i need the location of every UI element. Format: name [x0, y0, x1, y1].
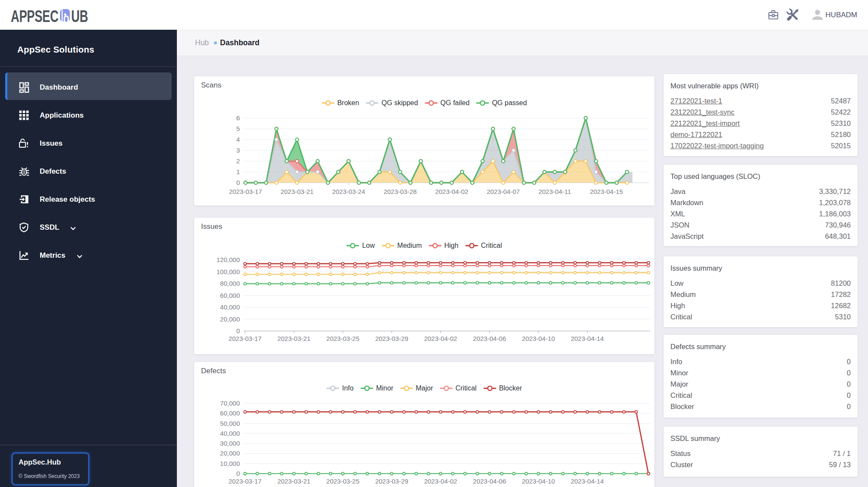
svg-text:120,000: 120,000: [217, 256, 240, 263]
svg-text:40,000: 40,000: [220, 430, 240, 437]
svg-text:40,000: 40,000: [220, 303, 240, 311]
svg-text:70,000: 70,000: [220, 400, 240, 407]
svg-text:60,000: 60,000: [220, 292, 240, 299]
svg-text:2023-04-15: 2023-04-15: [590, 188, 623, 195]
svg-text:30,000: 30,000: [220, 440, 240, 447]
svg-text:2023-04-06: 2023-04-06: [473, 478, 506, 485]
svg-text:2023-04-07: 2023-04-07: [487, 188, 520, 195]
svg-text:2023-03-17: 2023-03-17: [229, 188, 262, 195]
svg-text:0: 0: [236, 327, 240, 334]
svg-text:2023-04-06: 2023-04-06: [473, 335, 506, 342]
svg-text:20,000: 20,000: [220, 315, 240, 323]
svg-text:2023-04-10: 2023-04-10: [522, 478, 555, 485]
svg-text:50,000: 50,000: [220, 420, 240, 427]
svg-text:2023-03-29: 2023-03-29: [375, 478, 409, 485]
svg-text:2023-03-28: 2023-03-28: [384, 188, 417, 195]
svg-text:2023-03-21: 2023-03-21: [277, 335, 311, 342]
svg-text:60,000: 60,000: [220, 409, 240, 417]
svg-text:2: 2: [236, 157, 240, 165]
svg-text:6: 6: [236, 114, 240, 122]
svg-text:100,000: 100,000: [217, 268, 240, 275]
svg-text:2023-04-10: 2023-04-10: [522, 335, 555, 342]
svg-text:2023-04-02: 2023-04-02: [435, 188, 469, 195]
svg-text:0: 0: [236, 179, 240, 186]
svg-text:2023-03-17: 2023-03-17: [229, 478, 262, 485]
svg-text:2023-03-17: 2023-03-17: [229, 335, 262, 342]
svg-text:2023-03-29: 2023-03-29: [375, 335, 409, 342]
svg-text:2023-03-21: 2023-03-21: [277, 478, 311, 485]
svg-text:4: 4: [236, 136, 240, 143]
svg-text:3: 3: [236, 147, 240, 154]
svg-text:2023-04-11: 2023-04-11: [538, 188, 571, 195]
svg-text:20,000: 20,000: [220, 450, 240, 457]
svg-text:1: 1: [236, 168, 240, 175]
svg-text:2023-03-25: 2023-03-25: [326, 478, 359, 485]
svg-text:2023-03-25: 2023-03-25: [326, 335, 359, 342]
svg-text:2023-03-21: 2023-03-21: [280, 188, 314, 195]
svg-text:80,000: 80,000: [220, 280, 240, 287]
svg-text:10,000: 10,000: [220, 460, 240, 467]
svg-text:0: 0: [236, 470, 240, 477]
svg-text:2023-04-02: 2023-04-02: [424, 478, 457, 485]
svg-text:2023-03-24: 2023-03-24: [332, 188, 365, 195]
svg-text:2023-04-14: 2023-04-14: [571, 478, 604, 485]
svg-text:2023-04-14: 2023-04-14: [571, 335, 604, 342]
svg-text:2023-04-02: 2023-04-02: [424, 335, 457, 342]
svg-text:5: 5: [236, 125, 240, 132]
